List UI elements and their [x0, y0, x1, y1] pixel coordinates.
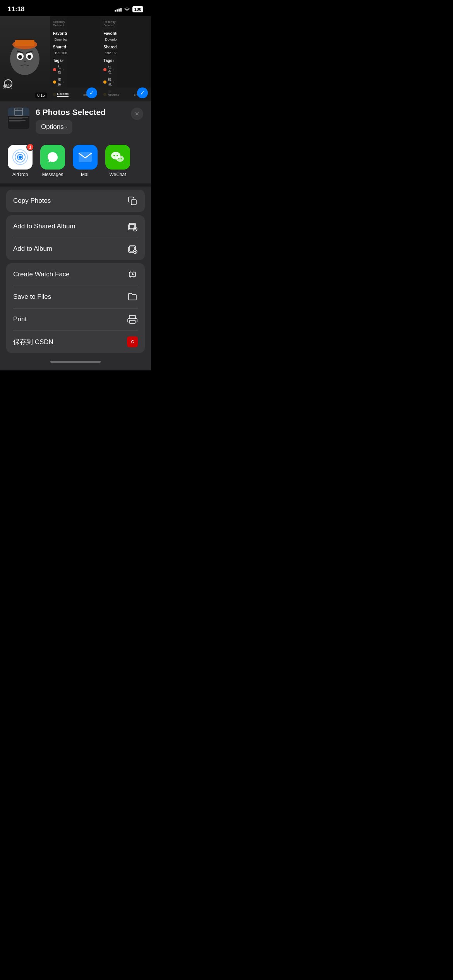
- background-content: 婚呐 0:15 Recently Deleted Favorites ∨ Dow…: [0, 16, 151, 101]
- create-watch-face-button[interactable]: Create Watch Face: [6, 263, 145, 286]
- svg-point-32: [121, 158, 122, 159]
- copy-photos-label: Copy Photos: [13, 197, 51, 205]
- print-label: Print: [13, 315, 27, 323]
- action-section-1: Copy Photos: [6, 190, 145, 212]
- watch-icon: [127, 269, 138, 280]
- add-album-label: Add to Album: [13, 245, 52, 253]
- share-header: 6 Photos Selected Options › ✕: [0, 101, 151, 139]
- home-indicator: [50, 361, 101, 363]
- messages-icon: [40, 145, 65, 170]
- svg-rect-50: [129, 315, 136, 319]
- copy-photos-button[interactable]: Copy Photos: [6, 190, 145, 212]
- status-bar: 11:18 100: [0, 0, 151, 16]
- timer-badge: 0:15: [35, 93, 46, 98]
- save-to-files-label: Save to Files: [13, 293, 51, 301]
- svg-point-28: [113, 155, 115, 156]
- file-panel-2-tabbar: Recents Shared ✓: [100, 87, 151, 101]
- save-to-files-button[interactable]: Save to Files: [6, 286, 145, 308]
- print-icon: [127, 314, 138, 325]
- svg-rect-22: [15, 108, 22, 116]
- action-list: Copy Photos Add to Shared Album: [0, 187, 151, 353]
- messages-label: Messages: [42, 172, 63, 177]
- messages-share-app[interactable]: Messages: [40, 145, 65, 177]
- checkmark-selected-2: ✓: [137, 87, 148, 98]
- airdrop-icon: 1: [8, 145, 33, 170]
- files-icon: [127, 291, 138, 302]
- add-album-icon: [127, 243, 138, 254]
- svg-rect-25: [79, 152, 92, 162]
- save-csdn-button[interactable]: 保存到 CSDN C: [6, 331, 145, 353]
- chinese-text: 婚呐: [3, 83, 12, 90]
- print-button[interactable]: Print: [6, 308, 145, 331]
- svg-point-30: [116, 156, 124, 162]
- share-thumbnail: [8, 108, 29, 129]
- checkmark-selected: ✓: [86, 87, 97, 98]
- add-shared-album-label: Add to Shared Album: [13, 223, 76, 230]
- share-title: 6 Photos Selected: [36, 108, 143, 117]
- wechat-share-app[interactable]: WeChat: [105, 145, 130, 177]
- battery-indicator: 100: [132, 6, 143, 12]
- svg-point-6: [27, 55, 31, 59]
- svg-point-31: [118, 158, 120, 159]
- bottom-bar: [0, 358, 151, 370]
- airdrop-label: AirDrop: [12, 172, 28, 177]
- options-button[interactable]: Options ›: [36, 120, 72, 134]
- divider: [0, 183, 151, 187]
- close-button[interactable]: ✕: [131, 108, 143, 120]
- file-panel-2: Recently Deleted Favorites ∨ Downloads ›…: [100, 16, 151, 101]
- csdn-icon: C: [127, 336, 138, 347]
- svg-point-5: [18, 55, 22, 59]
- svg-rect-2: [15, 40, 34, 46]
- svg-rect-33: [131, 200, 136, 205]
- wifi-icon: [124, 6, 130, 12]
- share-sheet: 6 Photos Selected Options › ✕ 1: [0, 101, 151, 370]
- airdrop-share-app[interactable]: 1 AirDrop: [8, 145, 33, 177]
- mail-label: Mail: [81, 172, 89, 177]
- action-section-2: Add to Shared Album Add to Album: [6, 215, 145, 260]
- wechat-label: WeChat: [109, 172, 126, 177]
- mail-icon: [73, 145, 98, 170]
- action-section-3: Create Watch Face Save to Files: [6, 263, 145, 353]
- add-album-button[interactable]: Add to Album: [6, 238, 145, 260]
- svg-rect-51: [130, 321, 135, 324]
- save-csdn-label: 保存到 CSDN: [13, 338, 53, 346]
- add-shared-album-button[interactable]: Add to Shared Album: [6, 215, 145, 238]
- airdrop-badge: 1: [26, 143, 34, 151]
- copy-icon: [127, 195, 138, 206]
- file-panel-1-tabbar: Recents Shared ✓: [50, 87, 101, 101]
- wechat-icon: [105, 145, 130, 170]
- share-title-area: 6 Photos Selected Options ›: [36, 108, 143, 134]
- status-icons: 100: [115, 6, 143, 12]
- shared-album-icon: [127, 221, 138, 232]
- app-share-row: 1 AirDrop Messages: [0, 139, 151, 183]
- file-panel-1: Recently Deleted Favorites ∨ Downloads ›…: [50, 16, 101, 101]
- mail-share-app[interactable]: Mail: [73, 145, 98, 177]
- status-time: 11:18: [8, 5, 24, 13]
- svg-point-9: [24, 61, 26, 62]
- background-photo: 婚呐 0:15: [0, 16, 50, 101]
- signal-bars-icon: [115, 7, 122, 12]
- create-watch-face-label: Create Watch Face: [13, 271, 70, 278]
